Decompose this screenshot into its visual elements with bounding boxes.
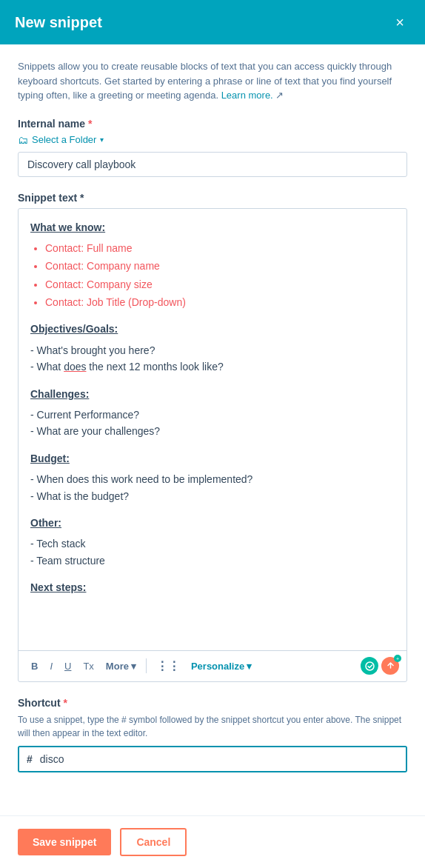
folder-label: Select a Folder [32, 134, 96, 145]
svg-point-0 [366, 662, 374, 670]
learn-more-link[interactable]: Learn more. [221, 90, 273, 101]
italic-button[interactable]: I [44, 657, 58, 675]
snippet-text-label: Snippet text * [18, 192, 407, 204]
contacts-list: Contact: Full name Contact: Company name… [45, 240, 395, 311]
chevron-down-icon: ▾ [100, 136, 104, 144]
toolbar-divider [146, 658, 147, 673]
objectives-line-1: - What's brought you here? [30, 342, 395, 358]
list-item: Contact: Job Title (Drop-down) [45, 294, 395, 310]
orange-icon-button[interactable]: + [381, 657, 399, 675]
challenges-section: Challenges: - Current Performance? - Wha… [30, 386, 395, 440]
folder-icon: 🗂 [18, 134, 28, 146]
next-steps-section: Next steps: [30, 579, 395, 595]
list-item: Contact: Full name [45, 240, 395, 256]
other-line-1: - Tech stack [30, 535, 395, 552]
green-icon-button[interactable] [361, 657, 378, 675]
challenges-heading: Challenges: [30, 386, 395, 402]
close-button[interactable]: × [389, 12, 410, 33]
editor-toolbar: B I U Tx More ▾ ⋮⋮ Personalize ▾ [19, 650, 406, 681]
objectives-section: Objectives/Goals: - What's brought you h… [30, 321, 395, 375]
new-snippet-modal: New snippet × Snippets allow you to crea… [0, 0, 425, 868]
internal-name-label: Internal name * [18, 118, 407, 130]
personalize-button[interactable]: Personalize ▾ [187, 658, 256, 675]
other-line-2: - Team structure [30, 552, 395, 569]
list-item: Contact: Company name [45, 258, 395, 274]
emoji-toolbar-btn[interactable]: ⋮⋮ [151, 655, 185, 677]
challenges-line-2: - What are your challenges? [30, 423, 395, 439]
shortcut-label: Shortcut * [18, 697, 407, 709]
cancel-button[interactable]: Cancel [120, 828, 187, 856]
list-item: Contact: Company size [45, 276, 395, 293]
clear-format-button[interactable]: Tx [78, 657, 98, 675]
bold-button[interactable]: B [26, 657, 43, 675]
objectives-line-2: - What does the next 12 months look like… [30, 358, 395, 375]
modal-body: Snippets allow you to create reusable bl… [0, 44, 425, 815]
next-steps-heading: Next steps: [30, 579, 395, 595]
folder-select[interactable]: 🗂 Select a Folder ▾ [18, 134, 407, 146]
shortcut-input[interactable] [40, 747, 406, 771]
objectives-heading: Objectives/Goals: [30, 321, 395, 337]
shortcut-input-wrapper: # [18, 746, 407, 772]
internal-name-input[interactable] [18, 152, 407, 177]
other-heading: Other: [30, 515, 395, 531]
description-text: Snippets allow you to create reusable bl… [18, 59, 407, 103]
toolbar-right-icons: + [361, 657, 399, 675]
shortcut-section: Shortcut * To use a snippet, type the # … [18, 697, 407, 772]
emoji-icon: ⋮⋮ [156, 659, 180, 673]
modal-header: New snippet × [0, 0, 425, 44]
budget-heading: Budget: [30, 450, 395, 467]
underline-button[interactable]: U [59, 657, 76, 675]
what-we-know-heading: What we know: [30, 219, 395, 236]
modal-footer: Save snippet Cancel [0, 815, 425, 868]
budget-line-2: - What is the budget? [30, 488, 395, 504]
modal-title: New snippet [15, 14, 102, 31]
what-we-know-section: What we know: Contact: Full name Contact… [30, 219, 395, 311]
other-section: Other: - Tech stack - Team structure [30, 515, 395, 569]
budget-line-1: - When does this work need to be impleme… [30, 471, 395, 487]
shortcut-hash: # [19, 747, 40, 771]
shortcut-description: To use a snippet, type the # symbol foll… [18, 713, 407, 740]
editor-content[interactable]: What we know: Contact: Full name Contact… [19, 209, 406, 650]
badge-plus-icon: + [394, 655, 401, 662]
more-button[interactable]: More ▾ [101, 657, 141, 675]
snippet-editor[interactable]: What we know: Contact: Full name Contact… [18, 208, 407, 682]
budget-section: Budget: - When does this work need to be… [30, 450, 395, 504]
save-snippet-button[interactable]: Save snippet [18, 829, 111, 855]
challenges-line-1: - Current Performance? [30, 407, 395, 423]
